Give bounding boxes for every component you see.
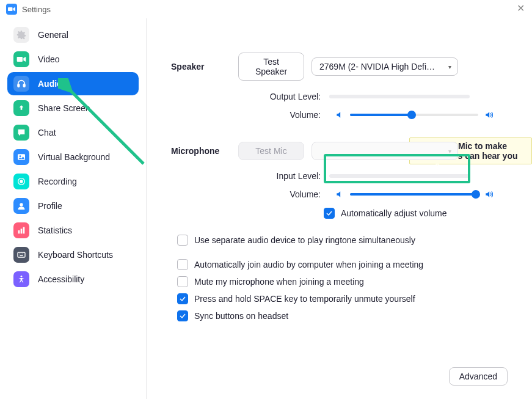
sidebar-item-profile[interactable]: Profile (7, 194, 139, 218)
sidebar-item-statistics[interactable]: Statistics (7, 219, 139, 242)
sidebar-item-video[interactable]: Video (7, 48, 139, 71)
mic-volume-label: Volume: (263, 189, 321, 199)
sidebar-item-label: Profile (38, 201, 62, 211)
sidebar-item-audio[interactable]: Audio (7, 72, 139, 95)
svg-rect-13 (18, 252, 25, 257)
video-icon (13, 51, 29, 67)
auto-adjust-label: Automatically adjust volume (341, 208, 447, 218)
input-level-meter (329, 174, 470, 178)
mic-label: Microphone (171, 146, 238, 156)
svg-point-6 (20, 155, 21, 157)
advanced-button[interactable]: Advanced (449, 367, 508, 386)
mic-device-value (319, 146, 322, 156)
sidebar-item-label: Statistics (38, 225, 72, 235)
svg-rect-0 (8, 7, 13, 11)
chevron-down-icon: ▾ (448, 148, 451, 155)
volume-high-icon (484, 111, 493, 119)
speaker-volume-label: Volume: (263, 110, 321, 120)
sidebar: General Video Audio Share Screen Chat (0, 18, 147, 399)
volume-high-icon (484, 190, 493, 199)
mute-join-label: Mute my microphone when joining a meetin… (194, 277, 364, 287)
svg-point-18 (21, 276, 23, 277)
accessibility-icon (13, 271, 29, 287)
statistics-icon (13, 222, 29, 238)
test-mic-button[interactable]: Test Mic (238, 142, 304, 160)
svg-rect-11 (21, 229, 23, 233)
profile-icon (13, 198, 29, 214)
svg-rect-10 (18, 230, 20, 233)
window-title: Settings (22, 5, 51, 14)
sidebar-item-label: Recording (38, 177, 77, 186)
auto-join-checkbox[interactable] (177, 259, 188, 270)
sidebar-item-keyboard[interactable]: Keyboard Shortcuts (7, 243, 139, 266)
ringtone-checkbox[interactable] (177, 235, 188, 246)
titlebar: Settings ✕ (0, 0, 532, 18)
virtual-bg-icon (13, 149, 29, 165)
auto-adjust-checkbox[interactable] (324, 208, 335, 219)
svg-rect-2 (17, 57, 23, 62)
sidebar-item-general[interactable]: General (7, 23, 139, 46)
sidebar-item-chat[interactable]: Chat (7, 121, 139, 144)
close-icon[interactable]: ✕ (517, 4, 525, 13)
auto-join-label: Automatically join audio by computer whe… (194, 260, 423, 269)
mute-join-checkbox[interactable] (177, 276, 188, 287)
general-icon (13, 27, 29, 43)
speaker-device-value: 2769M (2- NVIDIA High Definitio... (319, 62, 439, 71)
chat-icon (13, 125, 29, 141)
sync-headset-label: Sync buttons on headset (194, 311, 288, 321)
speaker-label: Speaker (171, 62, 238, 71)
sidebar-item-label: Share Screen (38, 103, 90, 113)
svg-point-9 (20, 203, 23, 206)
volume-low-icon (335, 190, 344, 199)
share-screen-icon (13, 100, 29, 116)
sidebar-item-recording[interactable]: Recording (7, 170, 139, 193)
output-level-label: Output Level: (263, 92, 321, 101)
input-level-label: Input Level: (263, 171, 321, 181)
mic-volume-slider[interactable] (350, 193, 478, 196)
svg-point-16 (22, 254, 23, 254)
keyboard-icon (13, 247, 29, 263)
sidebar-item-label: Keyboard Shortcuts (38, 250, 113, 260)
svg-point-8 (20, 180, 23, 183)
audio-settings-panel: Speaker Test Speaker 2769M (2- NVIDIA Hi… (147, 18, 532, 399)
chevron-down-icon: ▾ (448, 64, 451, 70)
speaker-volume-slider[interactable] (350, 114, 478, 116)
sidebar-item-share-screen[interactable]: Share Screen (7, 97, 139, 120)
sidebar-item-accessibility[interactable]: Accessibility (7, 268, 139, 291)
space-unmute-label: Press and hold SPACE key to temporarily … (194, 294, 415, 304)
sidebar-item-label: Accessibility (38, 274, 84, 284)
sidebar-item-label: General (38, 30, 68, 40)
audio-icon (13, 76, 29, 92)
test-speaker-button[interactable]: Test Speaker (238, 53, 304, 81)
svg-rect-3 (18, 84, 20, 87)
sidebar-item-virtual-background[interactable]: Virtual Background (7, 145, 139, 169)
sidebar-item-label: Chat (38, 128, 56, 137)
output-level-meter (329, 95, 470, 98)
svg-point-15 (21, 254, 21, 254)
sidebar-item-label: Audio (38, 79, 62, 89)
sync-headset-checkbox[interactable] (177, 310, 188, 321)
sidebar-item-label: Video (38, 54, 60, 64)
space-unmute-checkbox[interactable] (177, 293, 188, 304)
sidebar-item-label: Virtual Background (38, 152, 110, 162)
volume-low-icon (335, 111, 344, 119)
audio-options: Use separate audio device to play ringto… (171, 235, 508, 321)
mic-device-select[interactable]: ▾ (312, 142, 458, 160)
ringtone-label: Use separate audio device to play ringto… (194, 235, 415, 245)
speaker-device-select[interactable]: 2769M (2- NVIDIA High Definitio... ▾ (312, 57, 458, 76)
svg-rect-17 (20, 255, 23, 256)
recording-icon (13, 174, 29, 189)
svg-rect-4 (23, 84, 25, 87)
svg-rect-12 (23, 227, 25, 234)
svg-point-14 (19, 254, 20, 254)
app-icon (6, 4, 17, 15)
